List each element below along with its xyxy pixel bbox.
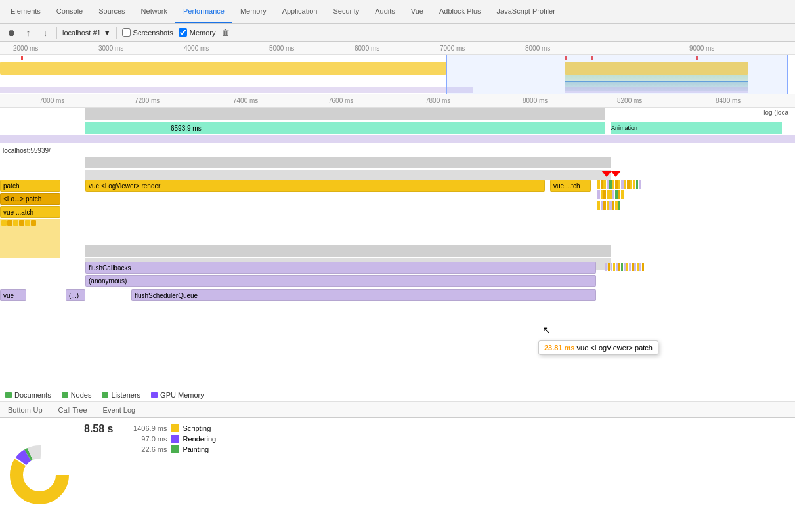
scripting-color [171,424,179,432]
screenshots-label: Screenshots [133,29,173,37]
gray-row-1 [85,108,605,120]
patch-block[interactable]: patch [0,180,60,192]
pb-8 [624,263,626,271]
pb-3 [611,263,612,271]
tab-security[interactable]: Security [325,0,367,24]
frame-gray-2 [85,170,611,180]
memory-checkbox-container: Memory [179,28,216,37]
listeners-counter: Listeners [102,391,140,399]
bottom-tabs: Bottom-Up Call Tree Event Log [0,402,795,418]
rs-7 [615,180,618,189]
logviewer-render-block[interactable]: vue <LogViewer> render [85,180,545,192]
upload-button[interactable]: ↑ [22,27,34,39]
rs-1 [597,180,600,189]
tab-performance[interactable]: Performance [175,0,232,24]
rs-16 [597,190,600,199]
screenshots-checkbox[interactable] [122,28,131,37]
rs-8 [618,180,620,189]
tab-memory[interactable]: Memory [232,0,274,24]
flush-scheduler-block[interactable]: flushSchedulerQueue [131,289,596,301]
frame-gray-1 [85,157,611,168]
painting-label: Painting [183,445,209,453]
screenshots-checkbox-container: Screenshots [122,28,173,37]
pie-chart [10,445,69,504]
vue-atch-block[interactable]: vue ...atch [0,206,60,218]
nodes-label: Nodes [71,391,92,399]
timeline-detail: 7000 ms 7200 ms 7400 ms 7600 ms 7800 ms … [0,94,795,388]
tick-6: 8000 ms [525,45,550,52]
tab-audits[interactable]: Audits [367,0,403,24]
summary-total-time: 8.58 s [79,418,118,532]
summary-pie [0,418,79,532]
anonymous-block[interactable]: (anonymous) [85,275,596,287]
vue-tch-block[interactable]: vue ...tch [550,180,591,192]
summary-legend: 1406.9 ms Scripting 97.0 ms Rendering 22… [118,418,795,532]
tab-vue[interactable]: Vue [403,0,431,24]
rs-30 [612,201,614,210]
small-block-1 [1,220,7,226]
rs-19 [607,190,609,199]
tick-0: 2000 ms [13,45,38,52]
callstack-gray-1 [85,245,611,257]
vue-tch-label: vue ...tch [553,182,580,190]
lo-patch-block[interactable]: <Lo...> patch [0,193,60,205]
rs-2 [601,180,603,189]
rs-26 [601,201,603,210]
timeline-overview[interactable]: 2000 ms 3000 ms 4000 ms 5000 ms 6000 ms … [0,42,795,94]
session-label: localhost #1 [62,29,101,37]
tab-sources[interactable]: Sources [91,0,133,24]
ellipsis-block[interactable]: (...) [66,289,85,301]
time-ruler-bottom: 7000 ms 7200 ms 7400 ms 7600 ms 7800 ms … [0,94,795,108]
pb-13 [637,263,639,271]
long-frame-2 [611,171,621,177]
overview-chart[interactable] [0,55,795,94]
btick-3: 7600 ms [328,97,353,104]
session-selector[interactable]: localhost #1 ▼ [62,29,111,37]
time-ruler-top: 2000 ms 3000 ms 4000 ms 5000 ms 6000 ms … [0,42,795,55]
rs-28 [607,201,609,210]
vue-block[interactable]: vue [0,289,26,301]
ellipsis-label: (...) [69,292,79,299]
tick-4: 6000 ms [355,45,379,52]
flame-area[interactable]: 6593.9 ms Animation log (loca localhost:… [0,108,795,388]
btick-1: 7200 ms [135,97,160,104]
legend-painting: 22.6 ms Painting [121,444,792,455]
tab-network[interactable]: Network [133,0,175,24]
pb-11 [632,263,634,271]
record-button[interactable]: ⏺ [5,27,17,39]
vue-atch-label: vue ...atch [3,209,33,216]
tab-call-tree[interactable]: Call Tree [51,402,95,418]
rs-6 [612,180,614,189]
green-row-right: Animation [611,122,782,134]
rs-3 [603,180,606,189]
tab-adblock[interactable]: Adblock Plus [431,0,489,24]
rs-32 [618,201,620,210]
tab-console[interactable]: Console [49,0,91,24]
bottom-panel: Documents Nodes Listeners GPU Memory Bot… [0,388,795,532]
green-row-label: 6593.9 ms [171,125,202,132]
rs-13 [633,180,635,189]
memory-checkbox[interactable] [179,28,187,37]
tab-elements[interactable]: Elements [3,0,49,24]
btick-0: 7000 ms [39,97,64,104]
delete-button[interactable]: 🗑 [221,28,230,37]
sub-blocks [0,219,60,258]
tab-jsprofiler[interactable]: JavaScript Profiler [489,0,563,24]
tab-event-log[interactable]: Event Log [95,402,144,418]
devtools-nav: Elements Console Sources Network Perform… [0,0,795,24]
tab-application[interactable]: Application [274,0,326,24]
cursor-indicator: ↖ [542,324,551,337]
rs-11 [627,180,630,189]
tab-bottom-up[interactable]: Bottom-Up [0,402,51,418]
download-button[interactable]: ↓ [39,27,51,39]
tooltip-time: 23.81 ms [544,344,574,352]
tick-2: 4000 ms [184,45,209,52]
pb-5 [616,263,618,271]
pb-14 [639,263,641,271]
rs-23 [618,190,620,199]
flush-callbacks-block[interactable]: flushCallbacks [85,262,596,274]
tick-7: 9000 ms [689,45,714,52]
flush-callbacks-label: flushCallbacks [89,264,131,272]
painting-ms: 22.6 ms [121,445,167,453]
purple-row-1 [0,135,795,143]
